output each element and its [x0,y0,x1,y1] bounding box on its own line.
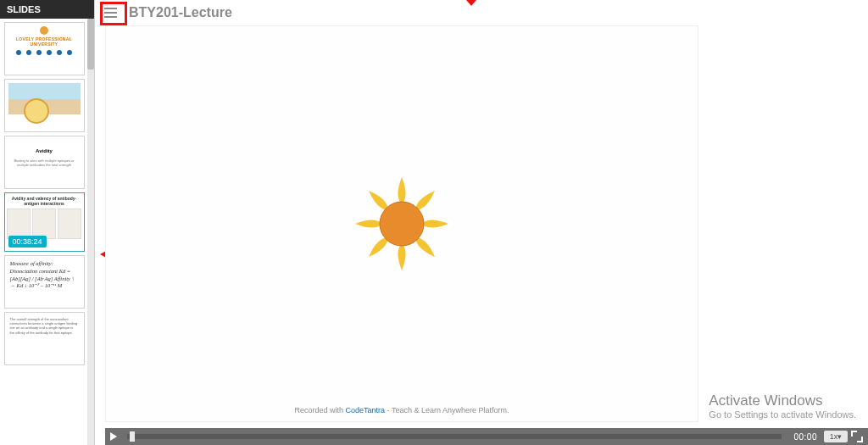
slide-thumb-4[interactable]: Avidity and valency of antibody-antigen … [4,192,85,252]
seek-thumb[interactable] [130,431,135,442]
slide-thumb-1-graphic [5,47,84,58]
university-logo-icon [40,26,48,35]
footer-prefix: Recorded with [295,406,346,414]
time-display: 00:00 [793,432,817,442]
slide-timestamp-badge: 00:38:24 [8,236,47,248]
slide-thumb-5-text: Measure of affinity: Dissociation consta… [5,256,84,294]
seek-track[interactable] [127,434,782,439]
sun-icon [351,173,453,275]
slide-thumb-3[interactable]: Avidity Binding to sites with multiple e… [4,136,85,189]
speed-selector[interactable]: 1x▾ [824,431,848,442]
canvas-footer: Recorded with CodeTantra - Teach & Learn… [106,406,698,414]
page-title: BTY201-Lecture [129,5,232,20]
slide-thumb-4-title: Avidity and valency of antibody-antigen … [5,196,84,206]
slides-sidebar: SLIDES LOVELY PROFESSIONAL UNIVERSITY Av… [0,0,95,445]
windows-watermark: Activate Windows Go to Settings to activ… [709,392,856,420]
watermark-line2: Go to Settings to activate Windows. [709,409,856,420]
slide-thumb-6[interactable]: The overall strength of the noncovalent … [4,312,85,365]
thumbs-viewport: LOVELY PROFESSIONAL UNIVERSITY Avidity B… [0,19,94,445]
slide-thumb-1[interactable]: LOVELY PROFESSIONAL UNIVERSITY [4,22,85,75]
slide-thumb-6-text: The overall strength of the noncovalent … [5,313,84,339]
annotation-menu-highlight [100,2,127,25]
sidebar-header: SLIDES [0,0,94,19]
play-icon [110,432,117,441]
slide-thumb-2[interactable] [4,79,85,132]
slide-thumb-3-body: Binding to sites with multiple epitopes … [5,159,84,167]
player-bar: 00:00 1x▾ [105,428,868,445]
fullscreen-button[interactable] [851,431,863,442]
slide-canvas: Recorded with CodeTantra - Teach & Learn… [105,25,698,422]
slide-thumb-4-graphic [5,209,84,239]
thumbs-list: LOVELY PROFESSIONAL UNIVERSITY Avidity B… [3,19,86,445]
recording-indicator-icon [466,0,476,6]
speed-label: 1x [830,432,838,441]
footer-brand: CodeTantra [346,406,386,414]
topbar: BTY201-Lecture [95,0,868,25]
slide-thumb-3-title: Avidity [5,148,84,153]
footer-suffix: - Teach & Learn Anywhere Platform. [385,406,509,414]
slide-thumb-2-graphic [8,83,81,128]
chevron-down-icon: ▾ [837,432,842,441]
slide-thumb-1-title: LOVELY PROFESSIONAL UNIVERSITY [5,36,84,47]
thumbs-scrollbar-thumb[interactable] [87,19,94,70]
slide-thumb-5[interactable]: Measure of affinity: Dissociation consta… [4,255,85,309]
thumbs-scrollbar[interactable] [87,19,94,445]
watermark-line1: Activate Windows [709,392,856,409]
play-button[interactable] [105,428,122,445]
